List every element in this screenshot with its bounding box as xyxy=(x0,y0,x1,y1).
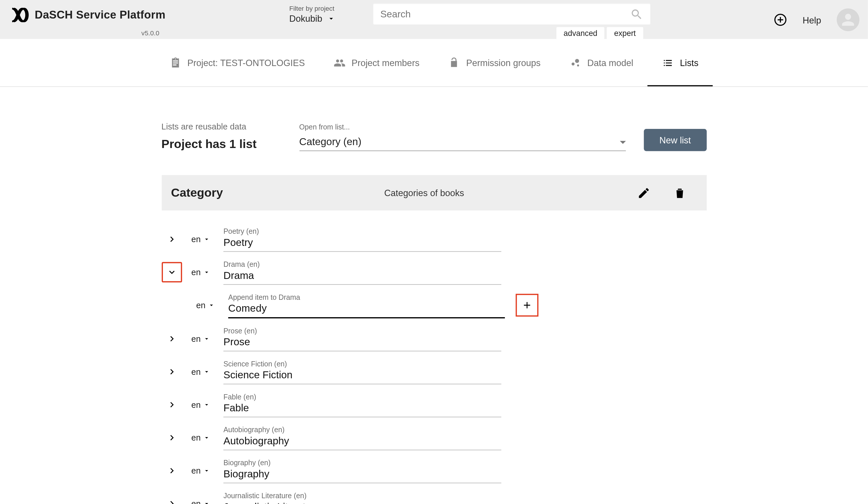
item-label: Prose (en) xyxy=(223,327,501,335)
list-item: enFable (en)Fable xyxy=(162,388,706,421)
item-label: Drama (en) xyxy=(223,260,501,269)
lang-selector[interactable]: en xyxy=(191,334,210,343)
lang-selector[interactable]: en xyxy=(191,267,210,276)
lists-title: Project has 1 list xyxy=(162,137,281,151)
lock-open-icon xyxy=(448,57,460,69)
lang-selector[interactable]: en xyxy=(196,300,215,310)
avatar[interactable] xyxy=(837,8,860,31)
expand-chevron-icon[interactable] xyxy=(162,229,182,249)
item-field[interactable]: Biography (en)Biography xyxy=(223,457,501,483)
top-right: Help xyxy=(774,8,860,31)
top-bar: DaSCH Service Platform v5.0.0 Filter by … xyxy=(0,0,868,39)
item-value: Journalistic Literature xyxy=(223,500,501,504)
chevron-down-icon xyxy=(203,235,210,242)
chevron-down-icon xyxy=(203,500,210,504)
lang-selector[interactable]: en xyxy=(191,465,210,475)
category-header-bar: Category Categories of books xyxy=(162,175,706,210)
list-icon xyxy=(662,57,674,69)
open-list-select[interactable]: Open from list... Category (en) xyxy=(299,123,626,151)
chevron-down-icon xyxy=(327,14,335,23)
item-value: Autobiography xyxy=(223,434,501,447)
lang-selector[interactable]: en xyxy=(191,234,210,244)
expand-chevron-icon[interactable] xyxy=(162,460,182,481)
list-item: enBiography (en)Biography xyxy=(162,454,706,487)
item-label: Biography (en) xyxy=(223,459,501,467)
people-icon xyxy=(334,57,345,69)
project-tabs: Project: TEST-ONTOLOGIES Project members… xyxy=(0,39,868,87)
mode-expert[interactable]: expert xyxy=(607,27,643,39)
brand-title: DaSCH Service Platform xyxy=(35,8,165,22)
item-label: Fable (en) xyxy=(223,393,501,401)
append-value: Comedy xyxy=(228,302,505,315)
list-item: enScience Fiction (en)Science Fiction xyxy=(162,355,706,388)
help-link[interactable]: Help xyxy=(803,15,821,25)
add-item-button[interactable] xyxy=(516,294,538,316)
filter-label: Filter by project xyxy=(281,5,344,12)
expand-chevron-icon[interactable] xyxy=(162,328,182,349)
item-value: Poetry xyxy=(223,236,501,249)
append-label: Append item to Drama xyxy=(228,293,505,302)
item-field[interactable]: Poetry (en)Poetry xyxy=(223,226,501,252)
expand-chevron-icon[interactable] xyxy=(162,361,182,382)
item-field[interactable]: Prose (en)Prose xyxy=(223,325,501,351)
lang-selector[interactable]: en xyxy=(191,400,210,409)
search-icon[interactable] xyxy=(630,8,643,21)
tab-datamodel[interactable]: Data model xyxy=(555,51,648,75)
search-box[interactable] xyxy=(373,3,650,24)
item-value: Biography xyxy=(223,467,501,481)
item-value: Science Fiction xyxy=(223,368,501,382)
chevron-down-icon xyxy=(203,268,210,275)
chevron-down-icon xyxy=(620,141,626,143)
tab-lists[interactable]: Lists xyxy=(648,39,713,86)
new-list-button[interactable]: New list xyxy=(644,129,706,151)
list-item: enAutobiography (en)Autobiography xyxy=(162,421,706,454)
item-field[interactable]: Autobiography (en)Autobiography xyxy=(223,425,501,451)
tab-permissions[interactable]: Permission groups xyxy=(434,51,555,75)
expand-chevron-icon[interactable] xyxy=(162,427,182,447)
clipboard-icon xyxy=(169,57,181,69)
lists-caption: Lists are reusable data xyxy=(162,122,281,131)
tab-members[interactable]: Project members xyxy=(319,51,434,75)
item-field[interactable]: Drama (en)Drama xyxy=(223,259,501,285)
chevron-down-icon xyxy=(208,302,215,309)
category-title: Category xyxy=(171,186,375,200)
append-item-row: enAppend item to DramaComedy xyxy=(191,289,706,322)
search-input[interactable] xyxy=(380,9,630,19)
list-item: enDrama (en)Drama xyxy=(162,255,706,289)
search-modes: advanced expert xyxy=(556,27,643,39)
item-value: Drama xyxy=(223,269,501,282)
chevron-down-icon xyxy=(203,401,210,408)
chevron-down-icon xyxy=(203,434,210,441)
append-field[interactable]: Append item to DramaComedy xyxy=(228,292,505,318)
bubbles-icon xyxy=(569,57,581,69)
edit-icon[interactable] xyxy=(637,186,650,200)
item-field[interactable]: Science Fiction (en)Science Fiction xyxy=(223,359,501,384)
person-icon xyxy=(839,11,857,29)
plus-icon xyxy=(522,300,533,311)
list-item: enJournalistic Literature (en)Journalist… xyxy=(162,487,706,504)
open-list-value: Category (en) xyxy=(299,136,361,148)
open-list-label: Open from list... xyxy=(299,123,626,131)
item-label: Poetry (en) xyxy=(223,228,501,236)
item-field[interactable]: Journalistic Literature (en)Journalistic… xyxy=(223,491,501,504)
tab-project[interactable]: Project: TEST-ONTOLOGIES xyxy=(155,51,319,75)
expand-chevron-icon[interactable] xyxy=(162,493,182,504)
collapse-chevron-icon[interactable] xyxy=(162,262,182,282)
mode-advanced[interactable]: advanced xyxy=(556,27,604,39)
item-field[interactable]: Fable (en)Fable xyxy=(223,392,501,417)
list-item: enPoetry (en)Poetry xyxy=(162,222,706,255)
svg-point-2 xyxy=(575,59,579,63)
add-circle-icon[interactable] xyxy=(774,13,787,27)
item-label: Science Fiction (en) xyxy=(223,360,501,368)
chevron-down-icon xyxy=(203,368,210,375)
delete-icon[interactable] xyxy=(673,186,686,200)
item-value: Fable xyxy=(223,401,501,414)
version-label: v5.0.0 xyxy=(142,29,159,37)
project-filter[interactable]: Filter by project Dokubib xyxy=(281,5,344,27)
lang-selector[interactable]: en xyxy=(191,433,210,442)
item-label: Journalistic Literature (en) xyxy=(223,492,501,500)
expand-chevron-icon[interactable] xyxy=(162,394,182,414)
lang-selector[interactable]: en xyxy=(191,498,210,504)
chevron-down-icon xyxy=(203,467,210,474)
lang-selector[interactable]: en xyxy=(191,367,210,376)
